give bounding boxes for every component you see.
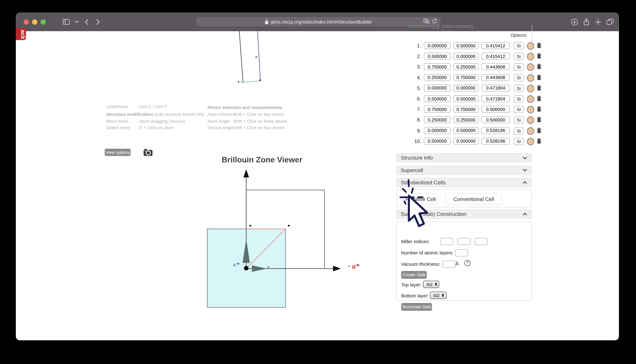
trash-icon[interactable] [537, 74, 541, 82]
address-bar[interactable]: gims.ms1p.org/static/index.html#Structur… [196, 17, 441, 26]
forward-button[interactable] [96, 12, 100, 31]
miller-l-input[interactable] [475, 238, 488, 245]
frac-z-input[interactable] [481, 138, 510, 144]
close-window-button[interactable] [24, 20, 29, 25]
help-icon[interactable]: ? [465, 260, 471, 266]
atom-color-swatch[interactable] [527, 127, 534, 135]
trash-icon[interactable] [537, 53, 541, 60]
atom-color-swatch[interactable] [527, 63, 534, 71]
species-button[interactable]: Si [514, 95, 524, 102]
species-button[interactable]: Si [514, 116, 524, 124]
frac-x-input[interactable] [424, 116, 451, 123]
frac-z-input[interactable] [481, 127, 510, 134]
species-button[interactable]: Si [514, 63, 524, 71]
trash-icon[interactable] [537, 106, 541, 114]
atom-index: 4. [409, 75, 421, 80]
conventional-cell-button[interactable]: Conventional Cell [445, 193, 502, 205]
mouse-pointer-icon [409, 196, 427, 226]
atom-color-swatch[interactable] [527, 42, 534, 50]
frac-y-input[interactable] [454, 116, 479, 123]
structure-viewer-cell[interactable] [233, 19, 286, 92]
species-button[interactable]: Si [514, 85, 524, 92]
camera-icon[interactable] [143, 148, 153, 157]
frac-x-input[interactable] [424, 42, 451, 49]
species-button[interactable]: Si [514, 127, 524, 134]
atomic-layers-input[interactable] [455, 249, 468, 256]
atom-color-swatch[interactable] [527, 138, 534, 145]
frac-z-input[interactable] [481, 74, 510, 81]
trash-icon[interactable] [537, 138, 541, 146]
vacuum-thickness-label: Vacuum thickness: [401, 261, 440, 266]
frac-y-input[interactable] [454, 138, 479, 144]
atom-index: 7. [409, 106, 421, 112]
frac-z-input[interactable] [481, 116, 510, 123]
trash-icon[interactable] [537, 85, 541, 92]
atom-color-swatch[interactable] [527, 85, 534, 92]
frac-x-input[interactable] [424, 74, 451, 81]
atom-color-swatch[interactable] [527, 116, 534, 124]
atom-color-swatch[interactable] [527, 106, 534, 114]
frac-y-input[interactable] [454, 127, 479, 134]
atom-color-swatch[interactable] [527, 74, 534, 82]
species-button[interactable]: Si [514, 138, 524, 145]
frac-z-input[interactable] [481, 106, 510, 113]
accordion-structure-info[interactable]: Structure Info [396, 153, 532, 162]
terminate-slab-button[interactable]: Terminate Slab [401, 303, 432, 310]
frac-x-input[interactable] [424, 95, 451, 102]
frac-z-input[interactable] [481, 42, 510, 49]
frac-y-input[interactable] [454, 74, 479, 81]
minimize-window-button[interactable] [32, 20, 37, 25]
frac-x-input[interactable] [424, 85, 451, 92]
zoom-window-button[interactable] [41, 20, 46, 25]
brillouin-zone-plot[interactable]: c* a* [174, 156, 377, 318]
miller-k-input[interactable] [458, 238, 471, 245]
top-layer-value: Si2 [426, 282, 433, 286]
species-button[interactable]: Si [514, 106, 524, 113]
frac-z-input[interactable] [481, 95, 510, 102]
species-button[interactable]: Si [514, 74, 524, 81]
create-slab-button[interactable]: Create Slab [401, 271, 427, 278]
top-layer-select[interactable]: Si2 [423, 280, 439, 288]
trash-icon[interactable] [537, 64, 541, 71]
trash-icon[interactable] [537, 128, 541, 135]
frac-y-input[interactable] [454, 53, 479, 60]
tab-overview-icon[interactable] [606, 12, 614, 31]
frac-z-input[interactable] [481, 53, 510, 60]
species-button[interactable]: Si [514, 53, 524, 60]
frac-y-input[interactable] [454, 106, 479, 113]
options-column-header: Options [503, 33, 526, 38]
atom-row: 9. Si [409, 127, 547, 134]
atom-color-swatch[interactable] [527, 95, 534, 103]
frac-x-input[interactable] [424, 138, 451, 144]
frac-x-input[interactable] [424, 53, 451, 60]
atom-row: 3. Si [409, 63, 547, 70]
chevron-down-icon[interactable] [75, 12, 79, 31]
back-button[interactable] [85, 12, 88, 31]
frac-y-input[interactable] [454, 63, 479, 70]
svg-text:文: 文 [427, 21, 429, 23]
atom-color-swatch[interactable] [527, 53, 534, 60]
share-icon[interactable] [583, 12, 589, 31]
miller-h-input[interactable] [440, 238, 453, 245]
view-options-button[interactable]: View options [105, 148, 131, 156]
frac-z-input[interactable] [481, 63, 510, 70]
frac-x-input[interactable] [424, 106, 451, 113]
help-torsion-label: Torsion Angle [207, 125, 234, 130]
frac-y-input[interactable] [454, 42, 479, 49]
frac-z-input[interactable] [481, 85, 510, 92]
sidebar-toggle-icon[interactable] [63, 12, 70, 31]
frac-y-input[interactable] [454, 85, 479, 92]
frac-y-input[interactable] [454, 95, 479, 102]
trash-icon[interactable] [537, 96, 541, 103]
accordion-supercell[interactable]: Supercell [396, 166, 532, 175]
frac-x-input[interactable] [424, 127, 451, 134]
feedback-tab[interactable]: ack [16, 28, 26, 40]
downloads-icon[interactable] [571, 12, 578, 31]
trash-icon[interactable] [537, 117, 541, 124]
new-tab-icon[interactable] [595, 12, 601, 31]
frac-x-input[interactable] [424, 63, 451, 70]
species-button[interactable]: Si [514, 42, 524, 50]
vacuum-thickness-input[interactable] [443, 260, 456, 268]
trash-icon[interactable] [537, 42, 541, 50]
bottom-layer-select[interactable]: Si2 [430, 292, 447, 299]
